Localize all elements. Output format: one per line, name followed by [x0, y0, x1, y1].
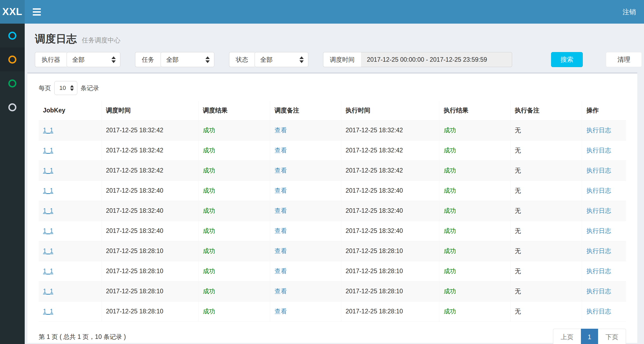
- action-link[interactable]: 执行日志: [586, 288, 611, 295]
- jobkey-link[interactable]: 1_1: [43, 187, 53, 194]
- column-header: 调度结果: [198, 101, 270, 120]
- action-link[interactable]: 执行日志: [586, 147, 611, 154]
- trigger-msg-link[interactable]: 查看: [274, 268, 287, 275]
- trigger-time-cell: 2017-12-25 18:32:42: [102, 120, 198, 140]
- jobkey-link[interactable]: 1_1: [43, 167, 53, 174]
- page-size-select[interactable]: 10: [54, 81, 77, 95]
- action-link[interactable]: 执行日志: [586, 127, 611, 134]
- handle-time-cell: 2017-12-25 18:32:42: [341, 160, 439, 181]
- table-row: 1_1 2017-12-25 18:32:40 成功 查看 2017-12-25…: [39, 181, 626, 201]
- table-row: 1_1 2017-12-25 18:28:10 成功 查看 2017-12-25…: [39, 261, 626, 281]
- sidebar-item-3[interactable]: [0, 71, 25, 95]
- action-link[interactable]: 执行日志: [586, 167, 611, 174]
- trigger-result-text: 成功: [203, 207, 215, 214]
- logout-link[interactable]: 注销: [623, 8, 636, 16]
- handle-result-text: 成功: [444, 268, 456, 275]
- action-link[interactable]: 执行日志: [586, 268, 611, 275]
- trigger-result-text: 成功: [203, 288, 215, 295]
- jobkey-link[interactable]: 1_1: [43, 247, 53, 254]
- executor-filter-select[interactable]: 全部: [67, 52, 120, 67]
- jobkey-link[interactable]: 1_1: [43, 147, 53, 154]
- joblog-table: JobKey调度时间调度结果调度备注执行时间执行结果执行备注操作 1_1 201…: [39, 101, 626, 322]
- sidebar-item-1[interactable]: [0, 24, 25, 47]
- jobkey-link[interactable]: 1_1: [43, 268, 53, 275]
- action-link[interactable]: 执行日志: [586, 227, 611, 234]
- handle-time-cell: 2017-12-25 18:32:42: [341, 140, 439, 160]
- action-link[interactable]: 执行日志: [586, 247, 611, 254]
- handle-msg-text: 无: [510, 241, 582, 261]
- jobkey-link[interactable]: 1_1: [43, 127, 53, 134]
- handle-time-cell: 2017-12-25 18:32:40: [341, 201, 439, 221]
- log-table-box: 每页 10 条记录 JobKey调度时间调度结果调度备注执行时间执行结果执行备注…: [27, 72, 637, 343]
- trigger-msg-link[interactable]: 查看: [274, 127, 287, 134]
- trigger-time-cell: 2017-12-25 18:32:40: [102, 201, 198, 221]
- trigger-msg-link[interactable]: 查看: [274, 167, 287, 174]
- action-link[interactable]: 执行日志: [586, 187, 611, 194]
- current-page-button[interactable]: 1: [581, 329, 598, 344]
- sidebar-item-2[interactable]: [0, 47, 25, 71]
- action-link[interactable]: 执行日志: [586, 207, 611, 214]
- column-header: JobKey: [39, 101, 102, 120]
- handle-result-text: 成功: [444, 308, 456, 315]
- circle-o-icon: [8, 56, 16, 64]
- status-filter-label: 状态: [229, 52, 255, 67]
- job-filter-group: 任务 全部: [135, 52, 214, 67]
- clear-button[interactable]: 清理: [606, 52, 642, 67]
- main-content: 调度日志 任务调度中心 执行器 全部 任务 全部 状态 全部 调度时间: [25, 24, 644, 344]
- page-title: 调度日志: [35, 32, 77, 46]
- column-header: 执行时间: [341, 101, 439, 120]
- trigger-msg-link[interactable]: 查看: [274, 147, 287, 154]
- handle-msg-text: 无: [510, 261, 582, 281]
- search-button[interactable]: 搜索: [551, 52, 583, 67]
- handle-time-cell: 2017-12-25 18:28:10: [341, 261, 439, 281]
- pagination-summary: 第 1 页 ( 总共 1 页，10 条记录 ): [39, 333, 126, 341]
- table-row: 1_1 2017-12-25 18:32:42 成功 查看 2017-12-25…: [39, 160, 626, 181]
- filter-bar: 执行器 全部 任务 全部 状态 全部 调度时间 2017-12-25 00:00…: [35, 52, 642, 67]
- trigger-msg-link[interactable]: 查看: [274, 288, 287, 295]
- app-logo[interactable]: XXL: [0, 0, 25, 24]
- handle-time-cell: 2017-12-25 18:32:40: [341, 221, 439, 241]
- trigger-result-text: 成功: [203, 227, 215, 234]
- jobkey-link[interactable]: 1_1: [43, 288, 53, 295]
- trigger-msg-link[interactable]: 查看: [274, 227, 287, 234]
- sidebar: [0, 24, 25, 344]
- trigger-msg-link[interactable]: 查看: [274, 308, 287, 315]
- table-row: 1_1 2017-12-25 18:28:10 成功 查看 2017-12-25…: [39, 241, 626, 261]
- handle-msg-text: 无: [510, 140, 582, 160]
- trigger-time-range-input[interactable]: 2017-12-25 00:00:00 - 2017-12-25 23:59:5…: [361, 52, 512, 67]
- trigger-msg-link[interactable]: 查看: [274, 207, 287, 214]
- trigger-time-cell: 2017-12-25 18:32:40: [102, 221, 198, 241]
- executor-filter-group: 执行器 全部: [35, 52, 120, 67]
- trigger-time-cell: 2017-12-25 18:28:10: [102, 261, 198, 281]
- select-arrows-icon: [205, 56, 210, 63]
- prev-page-button[interactable]: 上页: [553, 329, 581, 344]
- handle-result-text: 成功: [444, 187, 456, 194]
- trigger-time-filter-label: 调度时间: [323, 52, 361, 67]
- page-header: 调度日志 任务调度中心: [25, 24, 644, 46]
- handle-result-text: 成功: [444, 207, 456, 214]
- next-page-button[interactable]: 下页: [598, 329, 626, 344]
- sidebar-item-4[interactable]: [0, 95, 25, 119]
- jobkey-link[interactable]: 1_1: [43, 308, 53, 315]
- job-filter-value: 全部: [166, 56, 179, 64]
- action-link[interactable]: 执行日志: [586, 308, 611, 315]
- handle-time-cell: 2017-12-25 18:28:10: [341, 301, 439, 321]
- page-subtitle: 任务调度中心: [82, 36, 120, 44]
- pagination: 上页 1 下页: [553, 329, 626, 344]
- page-size-control: 每页 10 条记录: [39, 81, 626, 95]
- job-filter-select[interactable]: 全部: [161, 52, 214, 67]
- trigger-msg-link[interactable]: 查看: [274, 247, 287, 254]
- select-arrows-icon: [70, 85, 74, 91]
- jobkey-link[interactable]: 1_1: [43, 207, 53, 214]
- trigger-msg-link[interactable]: 查看: [274, 187, 287, 194]
- handle-msg-text: 无: [510, 221, 582, 241]
- table-row: 1_1 2017-12-25 18:32:40 成功 查看 2017-12-25…: [39, 221, 626, 241]
- column-header: 执行备注: [510, 101, 582, 120]
- status-filter-select[interactable]: 全部: [255, 52, 308, 67]
- handle-msg-text: 无: [510, 160, 582, 181]
- sidebar-toggle-icon[interactable]: [33, 6, 44, 17]
- jobkey-link[interactable]: 1_1: [43, 227, 53, 234]
- select-arrows-icon: [299, 56, 304, 63]
- handle-msg-text: 无: [510, 120, 582, 140]
- handle-result-text: 成功: [444, 288, 456, 295]
